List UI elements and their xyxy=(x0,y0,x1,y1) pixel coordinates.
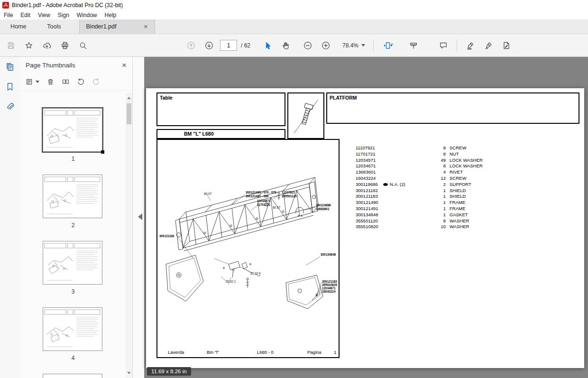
diagram-part-label: 12034671 xyxy=(257,199,271,203)
thumbnail-1-number: 1 xyxy=(43,156,103,162)
page-number-input[interactable] xyxy=(220,40,237,51)
thumbnail-5[interactable] xyxy=(43,374,103,378)
footer-page-num: 1 xyxy=(334,350,336,355)
acrobat-app-icon xyxy=(2,2,9,9)
panel-toolbar xyxy=(20,73,132,91)
navigation-rail xyxy=(0,57,20,378)
diagram-ref-label: 60.07 xyxy=(273,206,280,209)
scroll-up-icon[interactable] xyxy=(127,97,131,99)
select-tool-button[interactable] xyxy=(261,38,275,53)
page-thumbnails-panel-button[interactable] xyxy=(0,57,20,77)
thumbnail-5-card[interactable] xyxy=(43,374,102,378)
share-cloud-icon xyxy=(43,41,51,50)
menu-window[interactable]: Window xyxy=(73,10,101,19)
page-display-icon xyxy=(382,41,396,50)
tab-tools[interactable]: Tools xyxy=(37,19,71,34)
thumbnail-2[interactable]: 2 xyxy=(43,175,103,229)
thumbnail-4-card[interactable] xyxy=(43,307,102,351)
menu-edit[interactable]: Edit xyxy=(17,10,34,19)
pdf-page[interactable]: Table BM "L" L680 PLATFORM xyxy=(146,88,584,368)
highlight-button[interactable] xyxy=(463,38,478,53)
diagram-part-label: 300134848 xyxy=(321,253,336,256)
page-down-icon xyxy=(205,41,213,50)
fill-sign-button[interactable] xyxy=(499,38,514,53)
thumbnail-4[interactable]: 4 xyxy=(43,307,103,361)
footer-brand: Laverda xyxy=(168,350,184,355)
menu-file[interactable]: File xyxy=(0,10,17,19)
document-canvas[interactable]: Table BM "L" L680 PLATFORM xyxy=(144,57,588,378)
fountain-pen-icon xyxy=(484,41,493,50)
rotate-left-button[interactable] xyxy=(77,78,85,86)
zoom-in-button[interactable] xyxy=(319,38,333,53)
selection-handle[interactable] xyxy=(101,150,104,154)
rotate-right-button[interactable] xyxy=(92,78,100,86)
ruler-button[interactable] xyxy=(406,38,421,53)
part-row: 117017218NUT xyxy=(356,151,512,157)
bookmarks-panel-button[interactable] xyxy=(0,77,20,97)
hand-tool-button[interactable] xyxy=(279,38,293,53)
star-button[interactable] xyxy=(22,38,36,53)
zoom-level-dropdown[interactable]: 78.4% xyxy=(340,42,367,49)
thumbnail-3[interactable]: 3 xyxy=(43,241,103,295)
thumbnails-icon xyxy=(5,62,15,72)
parts-list: 111079218SCREW 117017218NUT 1203457149LO… xyxy=(356,145,512,230)
tab-close-icon[interactable]: × xyxy=(144,23,147,30)
print-button[interactable] xyxy=(58,38,72,53)
attachments-panel-button[interactable] xyxy=(0,97,20,117)
collapse-panel-icon[interactable] xyxy=(138,213,142,220)
section-box: PLATFORM xyxy=(326,92,579,124)
table-label: Table xyxy=(157,93,285,102)
section-label: PLATFORM xyxy=(327,93,579,102)
tab-home[interactable]: Home xyxy=(0,19,37,34)
window-title: Binder1.pdf - Adobe Acrobat Pro DC (32-b… xyxy=(12,2,123,9)
thumbnail-options-button[interactable] xyxy=(26,78,39,86)
panel-close-icon[interactable]: × xyxy=(122,61,127,69)
footer-model: Bm "l" xyxy=(207,350,219,355)
thumbnail-2-number: 2 xyxy=(43,222,103,229)
tab-document[interactable]: Binder1.pdf × xyxy=(79,19,155,34)
diagram-part-label: 16043224 xyxy=(322,290,336,293)
diagram-part-label: 11701721 xyxy=(257,203,271,206)
share-button[interactable] xyxy=(40,38,54,53)
star-icon xyxy=(25,41,33,50)
find-button[interactable] xyxy=(76,38,90,53)
menu-bar: File Edit View Sign Window Help xyxy=(0,10,588,19)
next-page-button[interactable] xyxy=(202,38,216,53)
page-display-button[interactable] xyxy=(380,38,399,53)
panel-scrollbar[interactable] xyxy=(126,93,132,378)
thumbnail-1[interactable]: 1 xyxy=(43,108,103,162)
diagram-part-label: 12034671 xyxy=(322,286,336,290)
thumbnail-2-card[interactable] xyxy=(43,175,102,218)
diagram-part-label: 300121491 - 080 xyxy=(246,194,269,198)
table-box: Table xyxy=(156,92,285,126)
save-button[interactable] xyxy=(4,38,18,53)
thumbnail-4-number: 4 xyxy=(43,355,103,361)
delete-pages-button[interactable] xyxy=(46,78,55,86)
trash-icon xyxy=(46,78,55,86)
page-pair-icon xyxy=(62,78,70,86)
diagram-ref-label: 50.02 6 xyxy=(250,272,261,275)
ruler-icon xyxy=(409,41,418,50)
comment-button[interactable] xyxy=(436,38,450,53)
scrollbar-thumb[interactable] xyxy=(127,103,131,124)
previous-page-button[interactable] xyxy=(184,38,198,53)
scroll-down-icon[interactable] xyxy=(127,372,131,374)
toolbar-separator xyxy=(457,39,457,52)
zoom-out-button[interactable] xyxy=(301,38,315,53)
thumbnail-3-number: 3 xyxy=(43,288,103,295)
menu-view[interactable]: View xyxy=(34,10,54,19)
thumbnail-preview xyxy=(43,308,102,350)
thumbnail-1-card[interactable] xyxy=(43,108,102,152)
diagram-part-label: 300121183 xyxy=(322,280,337,283)
panel-title: Page Thumbnails xyxy=(26,62,75,69)
main-toolbar: / 62 78.4% xyxy=(0,34,588,57)
page-size-tooltip: 11.69 x 8.26 in xyxy=(147,367,191,376)
menu-sign[interactable]: Sign xyxy=(54,10,73,19)
ink-signature-button[interactable] xyxy=(481,38,496,53)
part-row: 300119686N.A. (2)2SUPPORT xyxy=(356,182,512,188)
menu-help[interactable]: Help xyxy=(101,10,120,19)
thumbnail-3-card[interactable] xyxy=(43,241,102,285)
plus-circle-icon xyxy=(322,41,330,50)
insert-pages-button[interactable] xyxy=(62,78,70,86)
panel-gutter xyxy=(133,57,144,378)
